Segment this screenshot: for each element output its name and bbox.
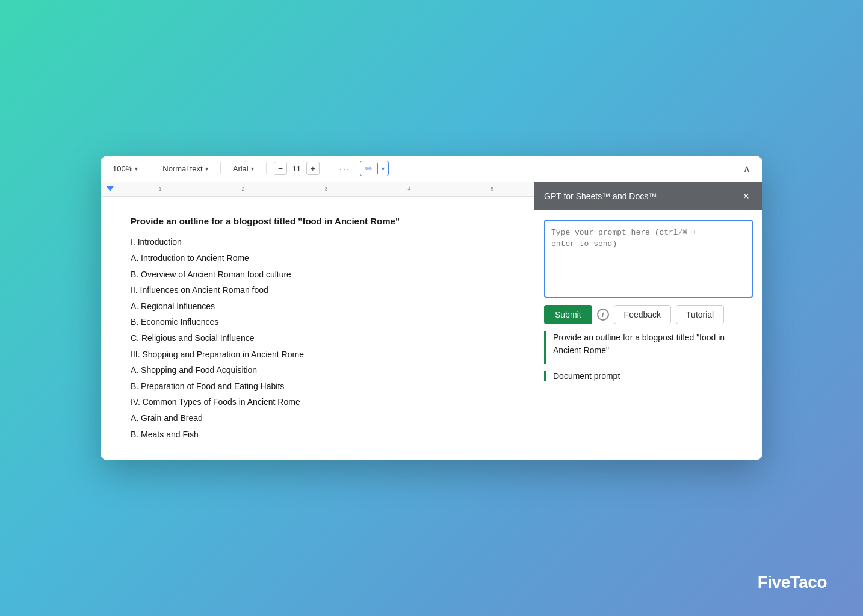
divider-3 [266, 162, 267, 174]
divider-4 [327, 162, 327, 174]
ruler-mark-5: 5 [451, 186, 534, 192]
outline-item: B. Overview of Ancient Roman food cultur… [131, 266, 504, 283]
outline-item: A. Introduction to Ancient Rome [131, 250, 504, 266]
outline-item: C. Religious and Social Influence [131, 330, 504, 346]
ruler-mark-4: 4 [368, 186, 451, 192]
font-size-decrease-icon: − [278, 164, 283, 173]
app-window: 100% ▾ Normal text ▾ Arial ▾ − 11 + · [101, 156, 762, 460]
pencil-btn[interactable]: ✏ [360, 161, 377, 176]
text-style-arrow: ▾ [205, 165, 208, 172]
outline-item: II. Influences on Ancient Roman food [131, 282, 504, 298]
sidebar-panel: GPT for Sheets™ and Docs™ × Submit i Fee… [534, 182, 762, 460]
document-area: 1 2 3 4 5 Provide an outline for a blogp… [101, 182, 534, 460]
ruler: 1 2 3 4 5 [101, 182, 534, 197]
prompt-history: Provide an outline for a blogpost titled… [544, 331, 753, 364]
pencil-icon: ✏ [365, 164, 373, 173]
text-style-dropdown[interactable]: Normal text ▾ [158, 162, 212, 176]
doc-prompt-section: Document prompt [544, 371, 753, 381]
main-content: 1 2 3 4 5 Provide an outline for a blogp… [101, 182, 762, 460]
sidebar-close-btn[interactable]: × [739, 189, 753, 203]
edit-dropdown-arrow: ▾ [382, 165, 385, 172]
outline-item: I. Introduction [131, 234, 504, 250]
fivetaco-logo: FiveTaco [758, 573, 827, 592]
sidebar-actions: Submit i Feedback Tutorial [544, 305, 753, 324]
font-size-increase-btn[interactable]: + [306, 162, 320, 175]
font-label: Arial [233, 164, 249, 173]
feedback-btn[interactable]: Feedback [614, 305, 671, 324]
more-options-btn[interactable]: ··· [335, 161, 356, 176]
divider-2 [220, 162, 221, 174]
sidebar-title: GPT for Sheets™ and Docs™ [544, 191, 657, 201]
outline-item: A. Shopping and Food Acquisition [131, 362, 504, 378]
divider-1 [150, 162, 150, 174]
font-size-group: − 11 + [274, 162, 320, 175]
font-arrow: ▾ [251, 165, 254, 172]
sidebar-header: GPT for Sheets™ and Docs™ × [534, 182, 762, 210]
collapse-icon: ∧ [743, 164, 750, 174]
prompt-textarea[interactable] [544, 220, 753, 298]
zoom-label: 100% [113, 164, 132, 173]
submit-btn[interactable]: Submit [544, 305, 592, 324]
outline-item: B. Preparation of Food and Eating Habits [131, 378, 504, 395]
outline-item: A. Grain and Bread [131, 410, 504, 427]
ruler-triangle [107, 186, 114, 191]
font-size-decrease-btn[interactable]: − [274, 162, 287, 175]
font-size-increase-icon: + [311, 164, 315, 173]
ruler-mark-1: 1 [119, 186, 202, 192]
fivetaco-text: FiveTaco [758, 573, 827, 591]
ruler-mark-3: 3 [285, 186, 368, 192]
edit-dropdown-btn[interactable]: ▾ [377, 163, 388, 174]
toolbar: 100% ▾ Normal text ▾ Arial ▾ − 11 + · [101, 156, 762, 182]
doc-outline: I. IntroductionA. Introduction to Ancien… [131, 234, 504, 442]
outline-item: III. Shopping and Preparation in Ancient… [131, 346, 504, 363]
doc-prompt-text: Document prompt [553, 371, 753, 381]
zoom-group: 100% ▾ [108, 162, 143, 176]
outline-item: B. Economic Influences [131, 314, 504, 330]
zoom-dropdown[interactable]: 100% ▾ [108, 162, 143, 176]
info-icon[interactable]: i [597, 309, 609, 321]
collapse-btn[interactable]: ∧ [738, 161, 755, 177]
info-label: i [602, 310, 604, 319]
font-size-value: 11 [291, 164, 303, 173]
edit-mode-btn: ✏ ▾ [360, 161, 389, 176]
outline-item: IV. Common Types of Foods in Ancient Rom… [131, 394, 504, 410]
text-style-label: Normal text [162, 164, 202, 173]
ruler-mark-2: 2 [202, 186, 285, 192]
sidebar-body: Submit i Feedback Tutorial Provide an ou… [534, 210, 762, 460]
document-content[interactable]: Provide an outline for a blogpost titled… [101, 197, 534, 460]
zoom-arrow: ▾ [135, 165, 138, 172]
more-options-icon: ··· [339, 164, 351, 174]
tutorial-btn[interactable]: Tutorial [676, 305, 724, 324]
outline-item: B. Meats and Fish [131, 427, 504, 443]
doc-heading: Provide an outline for a blogpost titled… [131, 215, 504, 229]
prompt-history-text: Provide an outline for a blogpost titled… [553, 331, 753, 357]
ruler-marks: 1 2 3 4 5 [107, 186, 534, 192]
outline-item: A. Regional Influences [131, 298, 504, 315]
font-dropdown[interactable]: Arial ▾ [228, 162, 259, 176]
